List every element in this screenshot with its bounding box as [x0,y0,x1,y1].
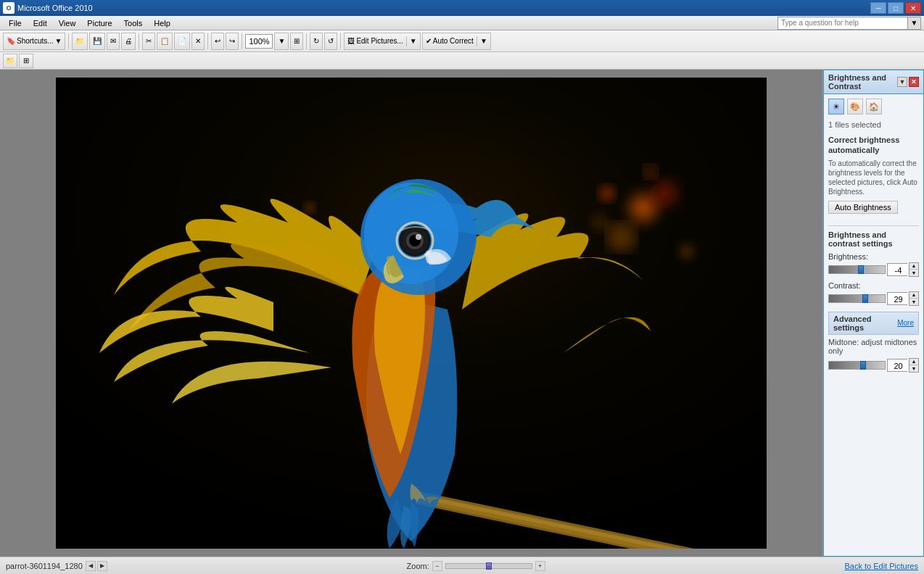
toolbar-sep-4 [242,33,242,49]
zoom-slider-track[interactable] [445,563,532,569]
menu-edit[interactable]: Edit [28,16,53,30]
svg-point-5 [598,185,616,202]
brightness-value[interactable]: -4 [887,263,907,276]
toolbar-sep-2 [139,33,139,49]
zoom-in-icon[interactable]: + [535,561,545,571]
title-bar-left: O Microsoft Office 2010 [3,2,93,14]
maximize-button[interactable]: □ [888,2,904,14]
zoom-fit-button[interactable]: ⊞ [290,33,303,50]
brightness-decrement[interactable]: ▼ [909,270,918,276]
panel-icons: ☀ 🎨 🏠 [828,99,919,115]
save-button[interactable]: 💾 [89,33,105,50]
zoom-dropdown-button[interactable]: ▼ [274,33,289,50]
back-to-edit-link[interactable]: Back to Edit Pictures [845,562,919,570]
paste-button[interactable]: 📄 [174,33,190,50]
nav-next-button[interactable]: ▶ [97,561,107,571]
contrast-control: 29 ▲ ▼ [828,291,919,306]
search-button[interactable]: ▼ [908,17,921,30]
auto-correct-sep [477,36,477,46]
search-input[interactable] [777,17,908,30]
brightness-increment[interactable]: ▲ [909,263,918,270]
midtone-spinner: ▲ ▼ [909,358,919,373]
svg-point-8 [304,202,315,214]
panel-icon-brightness[interactable]: ☀ [828,99,844,115]
midtone-control: 20 ▲ ▼ [828,358,919,373]
auto-brightness-button[interactable]: Auto Brightness [828,201,898,214]
status-nav: ◀ ▶ [86,561,107,571]
edit-pictures-sep [406,36,407,46]
undo-button[interactable]: ↩ [211,33,224,50]
menu-file[interactable]: File [3,16,28,30]
brightness-label: Brightness: [828,252,919,261]
menu-tools[interactable]: Tools [118,16,149,30]
contrast-slider-track[interactable] [828,294,886,303]
image-container [56,78,767,549]
midtone-value[interactable]: 20 [887,359,907,372]
rotate-button[interactable]: ↻ [310,33,323,50]
panel-icon-color[interactable]: 🎨 [847,99,863,115]
toolbar-sep-1 [68,33,69,49]
brightness-slider-thumb[interactable] [858,265,864,274]
files-selected: 1 files selected [828,120,919,129]
rotate2-button[interactable]: ↺ [324,33,337,50]
brightness-spinner: ▲ ▼ [909,262,919,277]
cut-button[interactable]: ✂ [142,33,155,50]
midtone-decrement[interactable]: ▼ [909,365,918,372]
print-button[interactable]: 🖨 [121,33,136,50]
midtone-slider-thumb[interactable] [860,361,866,370]
svg-point-20 [387,256,395,262]
menu-view[interactable]: View [53,16,82,30]
contrast-value[interactable]: 29 [887,292,907,305]
parrot-image [56,78,767,549]
menu-help[interactable]: Help [148,16,176,30]
app-icon: O [3,2,15,14]
svg-point-4 [676,241,698,262]
zoom-slider-thumb[interactable] [486,562,492,570]
thumbnail-button[interactable]: ⊞ [19,54,33,68]
shortcuts-icon: 🔖 [7,37,15,45]
contrast-decrement[interactable]: ▼ [909,299,918,305]
contrast-row: Contrast: 29 ▲ ▼ [828,281,919,306]
contrast-spinner: ▲ ▼ [909,291,919,306]
email-button[interactable]: ✉ [107,33,120,50]
shortcuts-dropdown-icon: ▼ [55,37,62,45]
close-button[interactable]: ✕ [905,2,921,14]
redo-button[interactable]: ↪ [226,33,239,50]
midtone-label: Midtone: adjust midtones only [828,338,919,355]
panel-close-button[interactable]: ✕ [909,77,919,87]
advanced-title: Advanced settings [833,315,897,332]
edit-pictures-button[interactable]: 🖼 Edit Pictures... ▼ [344,33,420,50]
midtone-slider-track[interactable] [828,361,886,370]
brightness-slider-track[interactable] [828,265,886,274]
copy-button[interactable]: 📋 [157,33,173,50]
shortcuts-label: Shortcuts... [17,37,54,45]
svg-point-18 [416,234,421,240]
edit-pictures-icon: 🖼 [347,37,355,45]
auto-correct-dropdown: ▼ [480,37,487,45]
right-panel: Brightness and Contrast ▼ ✕ ☀ 🎨 🏠 1 file… [822,70,924,557]
toolbar-sep-5 [306,33,307,49]
edit-pictures-label: Edit Pictures... [356,37,403,45]
more-link[interactable]: More [897,319,914,327]
main-toolbar: 🔖 Shortcuts... ▼ 📁 💾 ✉ 🖨 ✂ 📋 📄 ✕ ↩ ↪ ▼ ⊞… [0,30,924,52]
auto-correct-button[interactable]: ✔ Auto Correct ▼ [422,33,491,50]
svg-point-2 [649,178,681,209]
delete-button[interactable]: ✕ [191,33,205,50]
zoom-slider-container [445,563,532,569]
shortcuts-button[interactable]: 🔖 Shortcuts... ▼ [3,33,65,50]
canvas-area [0,70,822,557]
contrast-increment[interactable]: ▲ [909,292,918,299]
panel-dropdown-button[interactable]: ▼ [897,77,907,87]
panel-icon-effects[interactable]: 🏠 [866,99,882,115]
zoom-control: ▼ [245,33,289,50]
contrast-label: Contrast: [828,281,919,290]
zoom-out-icon[interactable]: − [432,561,442,571]
folder-button[interactable]: 📁 [3,54,17,68]
zoom-input[interactable] [245,34,273,49]
minimize-button[interactable]: ─ [870,2,886,14]
contrast-slider-thumb[interactable] [862,294,868,303]
menu-picture[interactable]: Picture [81,16,117,30]
nav-prev-button[interactable]: ◀ [86,561,96,571]
open-button[interactable]: 📁 [72,33,88,50]
midtone-increment[interactable]: ▲ [909,359,918,365]
